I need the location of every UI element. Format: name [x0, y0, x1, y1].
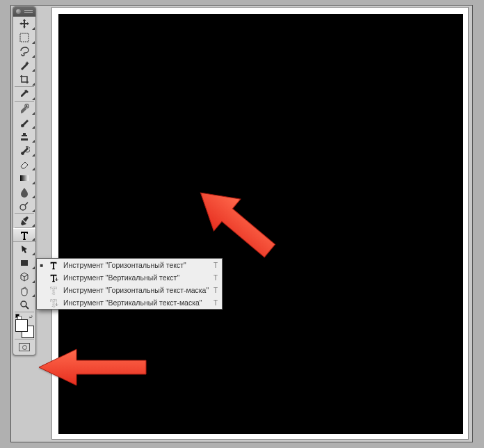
dodge-icon [19, 200, 30, 211]
tools-panel-header[interactable] [13, 7, 35, 17]
flyout-item-label: Инструмент "Вертикальный текст-маска" [63, 298, 209, 307]
type-hm-icon [48, 285, 59, 295]
brush-icon [19, 117, 30, 128]
flyout-item[interactable]: ■Инструмент "Горизонтальный текст"T [37, 259, 222, 271]
flyout-indicator-icon [32, 154, 35, 157]
path-select-tool[interactable] [13, 242, 35, 256]
flyout-indicator-icon [32, 69, 35, 72]
stamp-icon [19, 131, 30, 142]
default-colors-icon[interactable] [15, 314, 19, 318]
history-icon [19, 145, 30, 156]
document-canvas[interactable] [58, 14, 463, 434]
blur-icon [19, 186, 30, 198]
flyout-indicator-icon [32, 224, 35, 227]
flyout-indicator-icon [32, 83, 35, 86]
lasso-icon [19, 46, 30, 57]
type-tool[interactable] [13, 228, 35, 242]
flyout-item-shortcut: T [213, 287, 218, 294]
gradient-tool[interactable] [13, 171, 35, 185]
healing-brush-tool[interactable] [13, 102, 35, 115]
active-marker-icon: ■ [40, 262, 44, 269]
wand-icon [19, 60, 30, 71]
type-vm-icon [48, 298, 59, 307]
document-window [51, 7, 469, 440]
eraser-tool[interactable] [13, 157, 35, 171]
flyout-item[interactable]: Инструмент "Вертикальный текст"T [37, 271, 222, 284]
gradient-icon [19, 173, 30, 184]
flyout-indicator-icon [32, 112, 35, 115]
flyout-indicator-icon [32, 266, 35, 269]
hand-tool[interactable] [13, 284, 35, 298]
flyout-indicator-icon [32, 140, 35, 143]
crop-tool[interactable] [13, 72, 35, 86]
dodge-tool[interactable] [13, 199, 35, 213]
pathsel-icon [19, 243, 30, 255]
blur-tool[interactable] [13, 185, 35, 199]
shape-tool[interactable] [13, 256, 35, 270]
tools-panel: ⤾ [13, 6, 36, 355]
type-v-icon [48, 273, 59, 282]
flyout-indicator-icon [32, 41, 35, 44]
flyout-indicator-icon [32, 27, 35, 30]
clone-stamp-tool[interactable] [13, 129, 35, 143]
eraser-icon [19, 159, 30, 170]
flyout-indicator-icon [32, 126, 35, 129]
flyout-indicator-icon [32, 182, 35, 184]
flyout-indicator-icon [32, 238, 35, 241]
3d-tool[interactable] [13, 270, 35, 284]
type-h-icon [48, 260, 59, 270]
flyout-indicator-icon [32, 168, 35, 170]
foreground-color-swatch[interactable] [15, 319, 28, 332]
flyout-item-shortcut: T [213, 274, 218, 282]
flyout-item-shortcut: T [213, 299, 218, 307]
brush-tool[interactable] [13, 115, 35, 129]
flyout-indicator-icon [32, 209, 35, 212]
flyout-indicator-icon [32, 97, 35, 100]
flyout-indicator-icon [32, 253, 35, 255]
zoom-tool[interactable] [13, 298, 35, 312]
type-tool-flyout: ■Инструмент "Горизонтальный текст"TИнстр… [36, 258, 223, 310]
pen-tool[interactable] [13, 214, 35, 227]
flyout-item-shortcut: T [213, 262, 218, 269]
flyout-item-label: Инструмент "Горизонтальный текст-маска" [63, 286, 209, 294]
color-swatches: ⤾ [13, 312, 35, 339]
flyout-indicator-icon [32, 195, 35, 198]
rect-icon [19, 257, 30, 269]
cube-icon [19, 271, 30, 282]
eyedropper-tool[interactable] [13, 87, 35, 101]
hand-icon [19, 285, 30, 296]
history-brush-tool[interactable] [13, 143, 35, 157]
flyout-item-label: Инструмент "Горизонтальный текст" [63, 261, 209, 269]
flyout-indicator-icon [32, 55, 35, 58]
pen-icon [19, 215, 30, 226]
panel-menu-icon[interactable] [24, 9, 33, 14]
quickmask-toggle[interactable] [13, 339, 35, 355]
flyout-item[interactable]: Инструмент "Вертикальный текст-маска"T [37, 296, 222, 309]
flyout-item[interactable]: Инструмент "Горизонтальный текст-маска"T [37, 284, 222, 296]
zoom-icon [19, 299, 30, 310]
marquee-icon [19, 32, 30, 43]
eyedrop-icon [19, 88, 30, 99]
move-icon [19, 18, 30, 29]
magic-wand-tool[interactable] [13, 58, 35, 72]
crop-icon [19, 74, 30, 85]
heal-icon [19, 103, 30, 114]
swap-colors-icon[interactable]: ⤾ [29, 314, 33, 320]
marquee-tool[interactable] [13, 31, 35, 45]
flyout-item-label: Инструмент "Вертикальный текст" [63, 273, 209, 282]
flyout-indicator-icon [32, 280, 35, 283]
move-tool[interactable] [13, 17, 35, 31]
flyout-indicator-icon [32, 294, 35, 297]
type-icon [19, 230, 30, 241]
panel-collapse-icon[interactable] [16, 9, 21, 14]
lasso-tool[interactable] [13, 45, 35, 58]
